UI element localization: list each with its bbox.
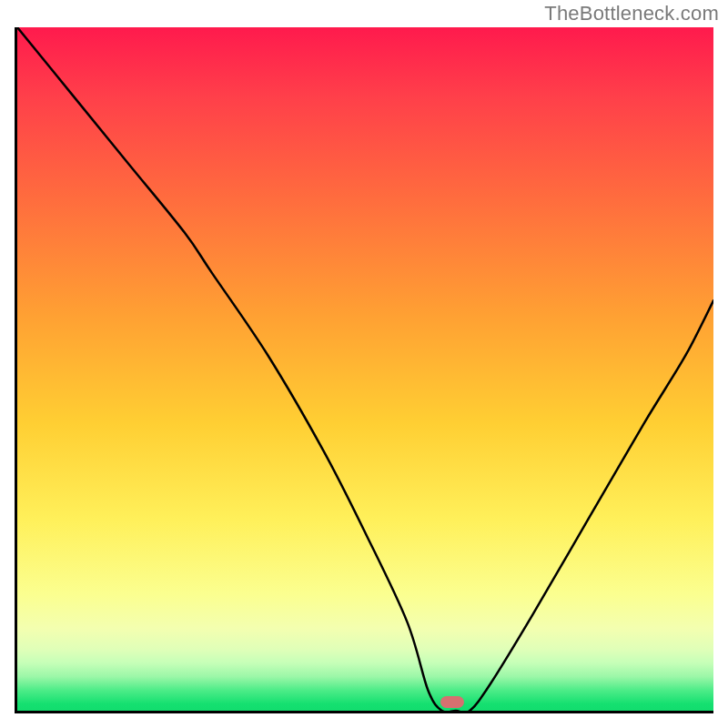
watermark-text: TheBottleneck.com bbox=[544, 2, 719, 25]
optimal-point-marker bbox=[440, 696, 464, 708]
chart-area bbox=[15, 27, 713, 713]
bottleneck-curve-svg bbox=[17, 27, 713, 711]
bottleneck-curve-path bbox=[17, 27, 713, 711]
